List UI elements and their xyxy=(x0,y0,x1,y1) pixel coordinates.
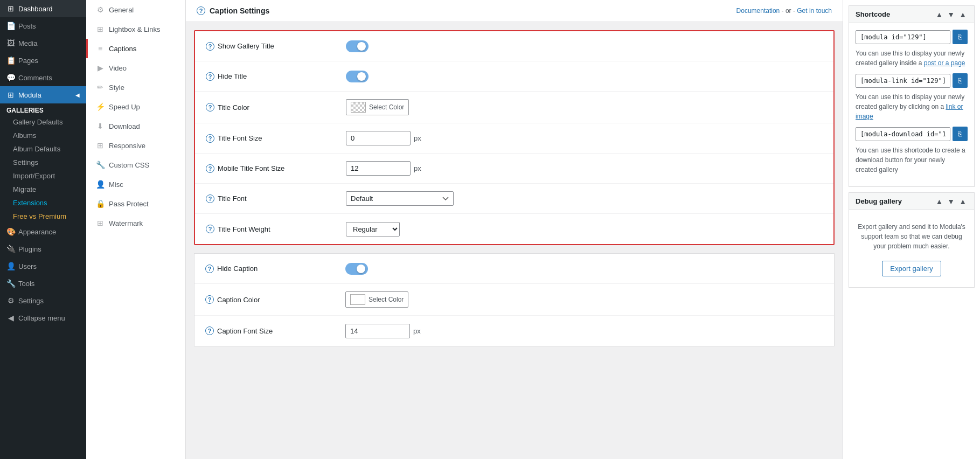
caption-settings-box: ? Show Gallery Title ? Hide Title xyxy=(194,30,835,245)
title-font-weight-help[interactable]: ? xyxy=(206,225,214,233)
shortcode-close[interactable]: ▲ xyxy=(958,11,968,18)
export-gallery-btn[interactable]: Export gallery xyxy=(882,261,941,276)
panel-help-icon: ? xyxy=(197,6,205,15)
copy-btn-3[interactable]: ⎘ xyxy=(953,127,968,141)
title-font-select[interactable]: Default Arial Georgia Helvetica Times Ne… xyxy=(346,191,454,206)
sidebar-item-free-premium[interactable]: Free vs Premium xyxy=(0,210,86,223)
label-mobile-title-font-size: ? Mobile Title Font Size xyxy=(206,164,346,173)
caption-font-size-help[interactable]: ? xyxy=(205,326,214,335)
debug-description: Export gallery and send it to Modula's s… xyxy=(856,217,968,256)
dashboard-icon: ⊞ xyxy=(6,4,15,13)
shortcode-wrap-3: ⎘ xyxy=(856,127,968,141)
caption-font-size-input[interactable] xyxy=(345,324,410,338)
title-font-size-unit: px xyxy=(414,134,421,142)
general-icon: ⚙ xyxy=(96,5,105,14)
row-title-font-weight: ? Title Font Weight Regular Bold Light T… xyxy=(195,214,833,244)
appearance-icon: 🎨 xyxy=(6,227,15,236)
hide-title-help[interactable]: ? xyxy=(206,72,214,81)
sub-sidebar-speed-up[interactable]: ⚡ Speed Up xyxy=(86,97,185,116)
show-gallery-title-toggle[interactable] xyxy=(346,40,369,52)
show-gallery-title-help[interactable]: ? xyxy=(206,42,214,51)
sidebar-item-settings[interactable]: Settings xyxy=(0,156,86,169)
title-font-size-help[interactable]: ? xyxy=(206,134,214,143)
sidebar-item-media[interactable]: 🖼 Media xyxy=(0,34,86,52)
plugins-icon: 🔌 xyxy=(6,245,15,253)
sidebar-item-album-defaults[interactable]: Album Defaults xyxy=(0,142,86,156)
mobile-title-font-size-help[interactable]: ? xyxy=(206,164,214,173)
sidebar-item-pages[interactable]: 📋 Pages xyxy=(0,52,86,69)
shortcode-collapse-down[interactable]: ▼ xyxy=(946,11,956,18)
title-color-btn[interactable]: Select Color xyxy=(346,99,409,115)
sidebar-item-dashboard[interactable]: ⊞ Dashboard xyxy=(0,0,86,17)
sidebar-item-collapse[interactable]: ◀ Collapse menu xyxy=(0,309,86,326)
panel-header: ? Caption Settings Documentation - or - … xyxy=(186,0,843,22)
title-font-help[interactable]: ? xyxy=(206,194,214,203)
hide-title-toggle[interactable] xyxy=(346,71,369,82)
shortcode-collapse-up[interactable]: ▲ xyxy=(934,11,944,18)
panel-title-text: Caption Settings xyxy=(210,6,269,15)
sub-sidebar-download[interactable]: ⬇ Download xyxy=(86,116,185,136)
shortcode-desc-2: You can use this to display your newly c… xyxy=(856,92,968,121)
documentation-link[interactable]: Documentation xyxy=(736,7,780,15)
sidebar-item-import-export[interactable]: Import/Export xyxy=(0,169,86,183)
panel-links: Documentation - or - Get in touch xyxy=(736,7,832,15)
pages-icon: 📋 xyxy=(6,56,15,65)
sub-sidebar-misc[interactable]: 👤 Misc xyxy=(86,175,185,194)
debug-widget-header: Debug gallery ▲ ▼ ▲ xyxy=(849,193,974,210)
sidebar-item-comments[interactable]: 💬 Comments xyxy=(0,69,86,86)
sub-sidebar-general[interactable]: ⚙ General xyxy=(86,0,185,19)
sidebar-item-albums[interactable]: Albums xyxy=(0,129,86,142)
debug-title: Debug gallery xyxy=(856,197,902,205)
row-hide-title: ? Hide Title xyxy=(195,61,833,92)
copy-btn-2[interactable]: ⎘ xyxy=(953,73,968,88)
copy-btn-1[interactable]: ⎘ xyxy=(953,30,968,44)
mobile-title-font-size-input[interactable] xyxy=(346,161,411,176)
row-hide-caption: ? Hide Caption xyxy=(194,254,834,284)
sub-sidebar-lightbox[interactable]: ⊞ Lightbox & Links xyxy=(86,19,185,39)
row-title-font: ? Title Font Default Arial Georgia Helve… xyxy=(195,184,833,214)
sub-sidebar-video[interactable]: ▶ Video xyxy=(86,58,185,78)
sidebar-item-migrate[interactable]: Migrate xyxy=(0,183,86,196)
row-caption-font-size: ? Caption Font Size px xyxy=(194,316,834,346)
shortcode-input-3[interactable] xyxy=(856,127,950,141)
label-title-font-size: ? Title Font Size xyxy=(206,134,346,143)
sub-sidebar-responsive[interactable]: ⊞ Responsive xyxy=(86,136,185,155)
sub-sidebar-pass-protect[interactable]: 🔒 Pass Protect xyxy=(86,194,185,213)
shortcode-title: Shortcode xyxy=(856,10,890,18)
caption-color-label: Select Color xyxy=(369,296,404,303)
title-font-size-input[interactable] xyxy=(346,131,411,145)
post-or-page-link[interactable]: post or a page xyxy=(924,59,965,67)
caption-color-help[interactable]: ? xyxy=(205,295,214,304)
sidebar-item-posts[interactable]: 📄 Posts xyxy=(0,17,86,34)
row-title-font-size: ? Title Font Size px xyxy=(195,123,833,154)
caption-font-size-unit: px xyxy=(413,327,421,335)
sidebar-item-extensions[interactable]: Extensions xyxy=(0,196,86,210)
sub-sidebar-style[interactable]: ✏ Style xyxy=(86,78,185,97)
hide-caption-help[interactable]: ? xyxy=(205,265,214,273)
sidebar-item-users[interactable]: 👤 Users xyxy=(0,258,86,275)
caption-color-btn[interactable]: Select Color xyxy=(345,291,408,308)
debug-collapse-up[interactable]: ▲ xyxy=(934,198,944,205)
sidebar-item-modula[interactable]: ⊞ Modula ◀ xyxy=(0,86,86,103)
title-color-label: Select Color xyxy=(369,103,404,111)
title-color-swatch xyxy=(351,102,366,113)
link-or-image-link[interactable]: link or image xyxy=(856,103,963,120)
get-in-touch-link[interactable]: Get in touch xyxy=(797,7,832,15)
title-color-help[interactable]: ? xyxy=(206,103,214,112)
sub-sidebar-captions[interactable]: ≡ Captions xyxy=(86,39,185,58)
sub-sidebar-custom-css[interactable]: 🔧 Custom CSS xyxy=(86,155,185,175)
shortcode-input-1[interactable] xyxy=(856,30,950,44)
sidebar-item-appearance[interactable]: 🎨 Appearance xyxy=(0,223,86,240)
sidebar-item-tools[interactable]: 🔧 Tools xyxy=(0,275,86,292)
title-font-weight-select[interactable]: Regular Bold Light Thin xyxy=(346,222,400,237)
sidebar-item-settings-bottom[interactable]: ⚙ Settings xyxy=(0,292,86,309)
sidebar-item-gallery-defaults[interactable]: Gallery Defaults xyxy=(0,115,86,129)
sub-sidebar-watermark[interactable]: ⊞ Watermark xyxy=(86,213,185,233)
debug-collapse-down[interactable]: ▼ xyxy=(946,198,956,205)
hide-caption-toggle[interactable] xyxy=(345,263,368,275)
sidebar-item-plugins[interactable]: 🔌 Plugins xyxy=(0,240,86,258)
shortcode-input-2[interactable] xyxy=(856,74,950,88)
label-show-gallery-title: ? Show Gallery Title xyxy=(206,42,346,51)
debug-close[interactable]: ▲ xyxy=(958,198,968,205)
panel-title: ? Caption Settings xyxy=(197,6,269,15)
